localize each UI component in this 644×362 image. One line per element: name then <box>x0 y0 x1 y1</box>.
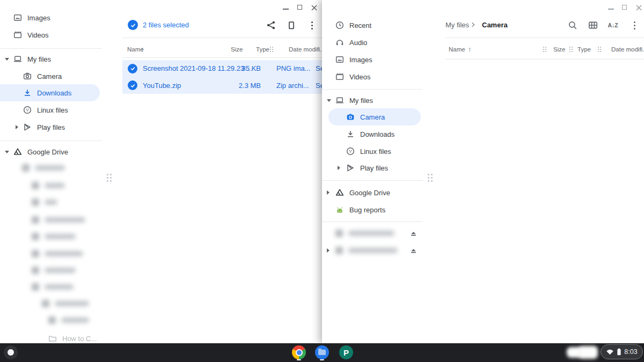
status-tray[interactable]: 8:03 <box>601 344 643 359</box>
selection-check-icon[interactable] <box>128 20 138 30</box>
sort-button[interactable]: A↓Z <box>607 19 619 31</box>
minimize-icon[interactable] <box>608 9 614 10</box>
sidebar-item-camera[interactable]: Camera <box>322 108 385 125</box>
launcher-button[interactable] <box>4 345 18 359</box>
sidebar-item-videos[interactable]: Videos <box>0 26 49 43</box>
more-options-button[interactable] <box>628 19 640 31</box>
header-divider <box>445 59 644 60</box>
redacted-drive-folder[interactable] <box>32 211 85 228</box>
sidebar-item-play-files[interactable]: Play files <box>322 159 388 176</box>
chevron-down-icon[interactable] <box>5 151 9 153</box>
google-drive-icon <box>13 147 22 156</box>
sidebar-item-linux-files[interactable]: Linux files <box>322 143 391 160</box>
selection-count-label: 2 files selected <box>143 20 189 31</box>
sidebar-item-videos[interactable]: Videos <box>322 68 371 85</box>
p-app-icon[interactable]: P <box>339 345 353 359</box>
redacted-drive-folder[interactable] <box>32 245 83 262</box>
redacted-drive-folder[interactable] <box>22 159 65 176</box>
column-header-size[interactable]: Size <box>231 43 243 56</box>
row-check-icon[interactable] <box>128 80 137 90</box>
sidebar-item-google-drive[interactable]: Google Drive <box>0 143 68 160</box>
pane-resize-handle[interactable] <box>428 174 429 175</box>
share-button[interactable] <box>265 19 277 31</box>
file-row-youtube-zip[interactable]: YouTube.zip 2.3 MB Zip archi... Sep <box>122 77 322 94</box>
eject-button[interactable] <box>408 228 418 238</box>
chevron-right-icon[interactable] <box>16 125 18 129</box>
images-icon <box>13 13 22 22</box>
column-header-date[interactable]: Date modifi... <box>611 43 644 56</box>
redacted-device[interactable] <box>335 242 398 259</box>
sidebar-item-downloads[interactable]: Downloads <box>322 125 394 143</box>
file-name: YouTube.zip <box>143 77 181 94</box>
column-resize-handle[interactable] <box>270 47 271 48</box>
sort-ascending-icon[interactable]: ↑ <box>141 43 144 56</box>
sidebar-item-my-files[interactable]: My files <box>0 50 51 68</box>
more-options-button[interactable] <box>306 19 318 31</box>
redacted-drive-folder[interactable] <box>32 177 65 194</box>
sidebar-item-linux-files[interactable]: Linux files <box>0 101 68 119</box>
column-header-date[interactable]: Date modifi... <box>289 43 322 56</box>
sidebar-item-images[interactable]: Images <box>0 9 50 26</box>
chevron-right-icon[interactable] <box>327 248 330 253</box>
sidebar-divider <box>0 141 102 141</box>
redacted-device[interactable] <box>335 225 394 242</box>
sidebar-item-camera[interactable]: Camera <box>0 68 62 85</box>
redacted-drive-folder[interactable] <box>32 262 76 279</box>
grid-view-button[interactable] <box>587 19 599 31</box>
play-icon <box>23 123 32 131</box>
pane-resize-handle[interactable] <box>107 174 108 175</box>
redacted-drive-folder[interactable] <box>32 228 76 245</box>
sidebar-item-images[interactable]: Images <box>322 51 372 68</box>
eject-button[interactable] <box>408 246 418 255</box>
maximize-icon[interactable] <box>297 5 302 10</box>
redacted-notification-icon[interactable] <box>579 346 598 359</box>
sidebar-item-bug-reports[interactable]: Bug reports <box>322 201 385 218</box>
sidebar-item-label: Videos <box>27 31 49 39</box>
row-check-icon[interactable] <box>128 64 137 73</box>
column-header-type[interactable]: Type <box>577 43 591 56</box>
files-app-icon[interactable] <box>315 345 329 359</box>
sidebar-item-my-files[interactable]: My files <box>322 92 373 109</box>
column-resize-handle[interactable] <box>598 47 599 48</box>
maximize-icon[interactable] <box>622 5 627 10</box>
sidebar-item-how-to[interactable]: How to C... <box>0 330 97 344</box>
file-row-screenshot[interactable]: Screenshot 2021-09-18 11.29.23 ... 35 KB… <box>122 60 322 77</box>
sidebar-item-recent[interactable]: Recent <box>322 17 371 34</box>
chevron-right-icon[interactable] <box>338 166 340 170</box>
sidebar-item-audio[interactable]: Audio <box>322 34 367 51</box>
column-resize-handle[interactable] <box>569 47 570 48</box>
redacted-drive-folder[interactable] <box>32 278 74 295</box>
search-button[interactable] <box>567 19 579 31</box>
sidebar-item-label: My files <box>349 97 373 105</box>
file-size: 35 KB <box>220 60 261 77</box>
sidebar-item-play-files[interactable]: Play files <box>0 119 65 136</box>
minimize-icon[interactable] <box>283 9 289 10</box>
chevron-down-icon[interactable] <box>327 99 331 102</box>
delete-button[interactable] <box>286 19 297 31</box>
google-drive-icon <box>335 188 344 197</box>
chrome-app-icon[interactable] <box>292 345 306 359</box>
sort-ascending-icon[interactable]: ↑ <box>468 43 472 56</box>
play-icon <box>346 164 355 172</box>
redacted-drive-folder[interactable] <box>48 312 89 329</box>
breadcrumb-root[interactable]: My files <box>445 20 469 31</box>
sidebar-item-downloads[interactable]: Downloads <box>0 84 71 101</box>
sidebar-divider <box>322 180 423 181</box>
column-header-type[interactable]: Type <box>256 43 269 56</box>
launcher-icon <box>8 349 14 356</box>
breadcrumb-current[interactable]: Camera <box>482 20 508 31</box>
chevron-right-icon[interactable] <box>327 190 330 195</box>
column-header-size[interactable]: Size <box>553 43 565 56</box>
more-vert-icon <box>634 25 635 26</box>
sidebar-item-google-drive[interactable]: Google Drive <box>322 184 390 201</box>
column-resize-handle[interactable] <box>543 47 544 48</box>
redacted-drive-folder[interactable] <box>42 295 89 312</box>
sidebar-item-label: Google Drive <box>27 148 68 156</box>
close-icon[interactable] <box>311 4 318 13</box>
close-icon[interactable] <box>635 4 642 13</box>
chevron-down-icon[interactable] <box>5 58 9 61</box>
download-icon <box>346 130 355 138</box>
redacted-drive-folder[interactable] <box>32 194 57 211</box>
sidebar-item-label: Downloads <box>360 130 394 138</box>
column-header-name[interactable]: Name <box>449 43 465 56</box>
